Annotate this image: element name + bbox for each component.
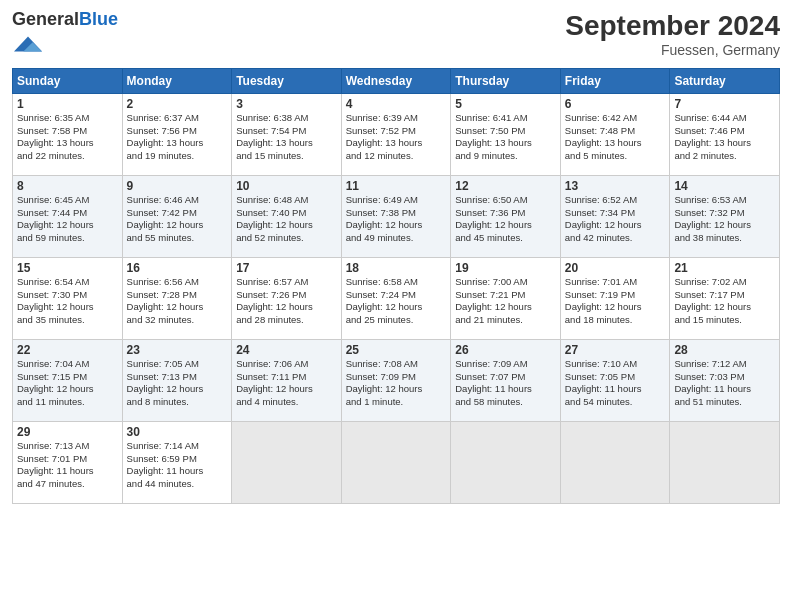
day-info: Sunrise: 6:46 AM Sunset: 7:42 PM Dayligh…	[127, 194, 228, 245]
page-container: GeneralBlue September 2024 Fuessen, Germ…	[0, 0, 792, 514]
calendar-cell: 22Sunrise: 7:04 AM Sunset: 7:15 PM Dayli…	[13, 339, 123, 421]
week-row-1: 8Sunrise: 6:45 AM Sunset: 7:44 PM Daylig…	[13, 175, 780, 257]
day-number: 7	[674, 97, 775, 111]
day-number: 15	[17, 261, 118, 275]
calendar-cell: 5Sunrise: 6:41 AM Sunset: 7:50 PM Daylig…	[451, 93, 561, 175]
day-info: Sunrise: 6:54 AM Sunset: 7:30 PM Dayligh…	[17, 276, 118, 327]
calendar-cell: 7Sunrise: 6:44 AM Sunset: 7:46 PM Daylig…	[670, 93, 780, 175]
calendar-cell: 6Sunrise: 6:42 AM Sunset: 7:48 PM Daylig…	[560, 93, 670, 175]
day-info: Sunrise: 6:44 AM Sunset: 7:46 PM Dayligh…	[674, 112, 775, 163]
column-header-tuesday: Tuesday	[232, 68, 342, 93]
day-number: 17	[236, 261, 337, 275]
column-header-monday: Monday	[122, 68, 232, 93]
calendar-cell: 16Sunrise: 6:56 AM Sunset: 7:28 PM Dayli…	[122, 257, 232, 339]
calendar-cell: 9Sunrise: 6:46 AM Sunset: 7:42 PM Daylig…	[122, 175, 232, 257]
calendar-cell: 27Sunrise: 7:10 AM Sunset: 7:05 PM Dayli…	[560, 339, 670, 421]
day-number: 10	[236, 179, 337, 193]
logo-general: General	[12, 9, 79, 29]
day-number: 24	[236, 343, 337, 357]
day-info: Sunrise: 6:57 AM Sunset: 7:26 PM Dayligh…	[236, 276, 337, 327]
day-number: 6	[565, 97, 666, 111]
day-info: Sunrise: 6:49 AM Sunset: 7:38 PM Dayligh…	[346, 194, 447, 245]
title-block: September 2024 Fuessen, Germany	[565, 10, 780, 58]
day-number: 22	[17, 343, 118, 357]
column-header-friday: Friday	[560, 68, 670, 93]
calendar-cell: 28Sunrise: 7:12 AM Sunset: 7:03 PM Dayli…	[670, 339, 780, 421]
day-info: Sunrise: 6:39 AM Sunset: 7:52 PM Dayligh…	[346, 112, 447, 163]
day-info: Sunrise: 6:35 AM Sunset: 7:58 PM Dayligh…	[17, 112, 118, 163]
week-row-0: 1Sunrise: 6:35 AM Sunset: 7:58 PM Daylig…	[13, 93, 780, 175]
day-number: 25	[346, 343, 447, 357]
day-info: Sunrise: 7:06 AM Sunset: 7:11 PM Dayligh…	[236, 358, 337, 409]
day-number: 1	[17, 97, 118, 111]
day-number: 16	[127, 261, 228, 275]
day-number: 4	[346, 97, 447, 111]
calendar-cell: 15Sunrise: 6:54 AM Sunset: 7:30 PM Dayli…	[13, 257, 123, 339]
day-info: Sunrise: 7:00 AM Sunset: 7:21 PM Dayligh…	[455, 276, 556, 327]
column-header-thursday: Thursday	[451, 68, 561, 93]
calendar-cell: 8Sunrise: 6:45 AM Sunset: 7:44 PM Daylig…	[13, 175, 123, 257]
calendar-cell	[451, 421, 561, 503]
calendar-cell: 20Sunrise: 7:01 AM Sunset: 7:19 PM Dayli…	[560, 257, 670, 339]
day-info: Sunrise: 6:48 AM Sunset: 7:40 PM Dayligh…	[236, 194, 337, 245]
day-info: Sunrise: 6:37 AM Sunset: 7:56 PM Dayligh…	[127, 112, 228, 163]
calendar-cell: 3Sunrise: 6:38 AM Sunset: 7:54 PM Daylig…	[232, 93, 342, 175]
month-title: September 2024	[565, 10, 780, 42]
calendar-cell	[560, 421, 670, 503]
day-info: Sunrise: 7:01 AM Sunset: 7:19 PM Dayligh…	[565, 276, 666, 327]
calendar-cell: 10Sunrise: 6:48 AM Sunset: 7:40 PM Dayli…	[232, 175, 342, 257]
day-info: Sunrise: 6:56 AM Sunset: 7:28 PM Dayligh…	[127, 276, 228, 327]
day-number: 19	[455, 261, 556, 275]
calendar-cell: 11Sunrise: 6:49 AM Sunset: 7:38 PM Dayli…	[341, 175, 451, 257]
week-row-3: 22Sunrise: 7:04 AM Sunset: 7:15 PM Dayli…	[13, 339, 780, 421]
calendar-cell: 30Sunrise: 7:14 AM Sunset: 6:59 PM Dayli…	[122, 421, 232, 503]
column-header-sunday: Sunday	[13, 68, 123, 93]
day-number: 5	[455, 97, 556, 111]
day-number: 14	[674, 179, 775, 193]
day-info: Sunrise: 6:58 AM Sunset: 7:24 PM Dayligh…	[346, 276, 447, 327]
day-info: Sunrise: 7:02 AM Sunset: 7:17 PM Dayligh…	[674, 276, 775, 327]
subtitle: Fuessen, Germany	[565, 42, 780, 58]
calendar-cell: 18Sunrise: 6:58 AM Sunset: 7:24 PM Dayli…	[341, 257, 451, 339]
week-row-4: 29Sunrise: 7:13 AM Sunset: 7:01 PM Dayli…	[13, 421, 780, 503]
calendar-cell: 4Sunrise: 6:39 AM Sunset: 7:52 PM Daylig…	[341, 93, 451, 175]
calendar-cell: 17Sunrise: 6:57 AM Sunset: 7:26 PM Dayli…	[232, 257, 342, 339]
calendar-cell: 26Sunrise: 7:09 AM Sunset: 7:07 PM Dayli…	[451, 339, 561, 421]
day-info: Sunrise: 6:45 AM Sunset: 7:44 PM Dayligh…	[17, 194, 118, 245]
column-header-wednesday: Wednesday	[341, 68, 451, 93]
day-number: 9	[127, 179, 228, 193]
day-info: Sunrise: 6:50 AM Sunset: 7:36 PM Dayligh…	[455, 194, 556, 245]
calendar-cell: 29Sunrise: 7:13 AM Sunset: 7:01 PM Dayli…	[13, 421, 123, 503]
day-number: 2	[127, 97, 228, 111]
calendar-cell: 25Sunrise: 7:08 AM Sunset: 7:09 PM Dayli…	[341, 339, 451, 421]
calendar-cell: 19Sunrise: 7:00 AM Sunset: 7:21 PM Dayli…	[451, 257, 561, 339]
day-info: Sunrise: 6:42 AM Sunset: 7:48 PM Dayligh…	[565, 112, 666, 163]
day-number: 18	[346, 261, 447, 275]
header: GeneralBlue September 2024 Fuessen, Germ…	[12, 10, 780, 62]
calendar-cell: 2Sunrise: 6:37 AM Sunset: 7:56 PM Daylig…	[122, 93, 232, 175]
logo-icon	[14, 30, 42, 58]
column-header-saturday: Saturday	[670, 68, 780, 93]
day-number: 12	[455, 179, 556, 193]
week-row-2: 15Sunrise: 6:54 AM Sunset: 7:30 PM Dayli…	[13, 257, 780, 339]
day-number: 8	[17, 179, 118, 193]
logo: GeneralBlue	[12, 10, 118, 62]
day-info: Sunrise: 7:09 AM Sunset: 7:07 PM Dayligh…	[455, 358, 556, 409]
day-number: 11	[346, 179, 447, 193]
day-info: Sunrise: 6:41 AM Sunset: 7:50 PM Dayligh…	[455, 112, 556, 163]
day-info: Sunrise: 7:05 AM Sunset: 7:13 PM Dayligh…	[127, 358, 228, 409]
day-number: 29	[17, 425, 118, 439]
calendar-cell: 24Sunrise: 7:06 AM Sunset: 7:11 PM Dayli…	[232, 339, 342, 421]
day-info: Sunrise: 6:53 AM Sunset: 7:32 PM Dayligh…	[674, 194, 775, 245]
calendar-cell: 1Sunrise: 6:35 AM Sunset: 7:58 PM Daylig…	[13, 93, 123, 175]
calendar-cell: 23Sunrise: 7:05 AM Sunset: 7:13 PM Dayli…	[122, 339, 232, 421]
calendar-cell	[341, 421, 451, 503]
day-number: 13	[565, 179, 666, 193]
calendar-cell: 21Sunrise: 7:02 AM Sunset: 7:17 PM Dayli…	[670, 257, 780, 339]
calendar-header-row: SundayMondayTuesdayWednesdayThursdayFrid…	[13, 68, 780, 93]
day-info: Sunrise: 7:14 AM Sunset: 6:59 PM Dayligh…	[127, 440, 228, 491]
day-info: Sunrise: 7:08 AM Sunset: 7:09 PM Dayligh…	[346, 358, 447, 409]
calendar-cell	[232, 421, 342, 503]
day-number: 30	[127, 425, 228, 439]
day-number: 27	[565, 343, 666, 357]
